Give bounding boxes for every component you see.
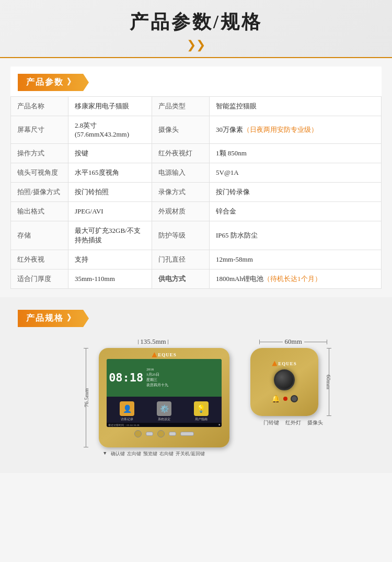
side-eques-text: EQUES — [278, 361, 297, 366]
value-cell: JPEG/AVI — [68, 202, 152, 221]
front-device-row: 76.5mm EQUES — [77, 348, 229, 447]
screen-time: 08:18 — [109, 372, 143, 384]
label-cell: 供电方式 — [152, 269, 210, 289]
value-cell: 按门铃录像 — [210, 183, 382, 202]
device-side: EQUES 🔔 — [250, 348, 318, 416]
value-cell: 水平165度视角 — [68, 163, 152, 183]
screen-icon-visitor: 👤 访客记录 — [120, 401, 134, 422]
screen-time-display: 08:18 — [109, 372, 143, 384]
label-cell: 拍照/摄像方式 — [11, 183, 68, 202]
table-row: 存储 最大可扩充32GB/不支持热插拔 防护等级 IP65 防水防尘 — [11, 221, 382, 250]
label-cell: 产品类型 — [152, 97, 210, 116]
label-cell: 红外夜视灯 — [152, 144, 210, 163]
chevron-icon: ❯❯ — [0, 38, 392, 52]
value-cell: 1颗 850nm — [210, 144, 382, 163]
table-row: 操作方式 按键 红外夜视灯 1颗 850nm — [11, 144, 382, 163]
button-left[interactable] — [146, 432, 153, 436]
value-cell: IP65 防水防尘 — [210, 221, 382, 250]
button-confirm[interactable] — [134, 430, 142, 437]
side-dim-wrapper: 76.5mm — [77, 348, 96, 447]
screen-content: 08:18 2016 5月25日 星期三 农历四月十九 — [107, 359, 222, 427]
front-device-wrapper: 135.5mm 76.5mm — [77, 338, 229, 457]
screen-icon-settings: ⚙️ 系统设定 — [157, 401, 171, 422]
value-cell: 35mm-110mm — [68, 269, 152, 289]
specs-heading: 产品规格 》 — [18, 310, 89, 327]
screen-status-text: 最近访客时间：05-24 10:38 — [108, 423, 139, 426]
btn-label-power: 开关机/返回键 — [176, 451, 205, 457]
guide-icon: 💡 — [194, 401, 209, 416]
label-cell: 适合门厚度 — [11, 269, 68, 289]
visitor-icon: 👤 — [120, 401, 134, 416]
params-heading: 产品参数 》 — [18, 74, 89, 91]
value-cell: 智能监控猫眼 — [210, 97, 382, 116]
btn-label-confirm: ▼ — [101, 451, 109, 457]
label-cell: 防护等级 — [152, 221, 210, 250]
guide-label: 用户指南 — [195, 417, 207, 422]
device-screen: 08:18 2016 5月25日 星期三 农历四月十九 — [107, 359, 222, 427]
side-device-row: EQUES 🔔 60mm — [250, 348, 336, 416]
value-cell: 30万像素（日夜两用安防专业级） — [210, 116, 382, 144]
btn-label-preview: 预览键 — [143, 451, 157, 457]
button-labels: ▼ 确认键 左向键 预览键 右向键 开关机/返回键 — [101, 451, 205, 457]
device-front: EQUES 08:18 2016 5月 — [99, 348, 229, 447]
label-cell: 电源输入 — [152, 163, 210, 183]
orange-text: （日夜两用安防专业级） — [243, 126, 318, 133]
label-cell: 录像方式 — [152, 183, 210, 202]
screen-status-bar: 最近访客时间：05-24 10:38 ■ — [107, 423, 222, 427]
value-cell: 按门铃拍照 — [68, 183, 152, 202]
label-cell: 屏幕尺寸 — [11, 116, 68, 144]
dim-width-label: 135.5mm — [138, 338, 168, 346]
table-row: 输出格式 JPEG/AVI 外观材质 锌合金 — [11, 202, 382, 221]
value-cell: 按键 — [68, 144, 152, 163]
value-cell: 2.8英寸(57.6mmX43.2mm) — [68, 116, 152, 144]
value-cell: 锌合金 — [210, 202, 382, 221]
params-section: 产品参数 》 产品名称 移康家用电子猫眼 产品类型 智能监控猫眼 屏幕尺寸 2.… — [10, 66, 382, 289]
side-label-ir: 红外灯 — [285, 419, 301, 426]
side-label-camera: 摄像头 — [307, 419, 323, 426]
side-camera — [291, 395, 298, 402]
table-row: 拍照/摄像方式 按门铃拍照 录像方式 按门铃录像 — [11, 183, 382, 202]
device-buttons — [134, 430, 194, 437]
label-cell: 门孔直径 — [152, 250, 210, 269]
btn-label-left: 左向键 — [127, 451, 141, 457]
bell-icon: 🔔 — [271, 395, 280, 403]
table-row: 产品名称 移康家用电子猫眼 产品类型 智能监控猫眼 — [11, 97, 382, 116]
dim-side-width-label: 60mm — [259, 338, 327, 346]
btn-label-right: 右向键 — [159, 451, 174, 457]
label-cell: 输出格式 — [11, 202, 68, 221]
side-labels: 门铃键 红外灯 摄像头 — [263, 419, 323, 426]
label-cell: 操作方式 — [11, 144, 68, 163]
screen-indicator: ■ — [218, 423, 220, 426]
screen-top-bar: 08:18 2016 5月25日 星期三 农历四月十九 — [107, 359, 222, 397]
eques-text: EQUES — [158, 352, 177, 357]
eques-logo-icon — [152, 352, 157, 357]
value-cell: 1800mAh锂电池（待机长达1个月） — [210, 269, 382, 289]
label-cell: 外观材质 — [152, 202, 210, 221]
value-cell: 12mm-58mm — [210, 250, 382, 269]
value-cell: 最大可扩充32GB/不支持热插拔 — [68, 221, 152, 250]
screen-icon-guide: 💡 用户指南 — [194, 401, 209, 422]
side-device-wrapper: 60mm EQUES 🔔 — [250, 338, 336, 426]
orange-text: （待机长达1个月） — [263, 275, 321, 283]
side-label-bell: 门铃键 — [263, 419, 279, 426]
button-power[interactable] — [180, 432, 194, 436]
button-preview[interactable] — [157, 430, 165, 437]
button-right[interactable] — [169, 432, 176, 436]
side-indicators: 🔔 — [271, 395, 298, 403]
value-cell: 5V@1A — [210, 163, 382, 183]
screen-date: 2016 5月25日 星期三 农历四月十九 — [146, 367, 168, 388]
page-header: 产品参数/规格 ❯❯ — [0, 0, 392, 58]
table-row: 屏幕尺寸 2.8英寸(57.6mmX43.2mm) 摄像头 30万像素（日夜两用… — [11, 116, 382, 144]
visitor-label: 访客记录 — [121, 417, 133, 422]
label-cell: 产品名称 — [11, 97, 68, 116]
label-cell: 镜头可视角度 — [11, 163, 68, 183]
btn-label-confirm-text: 确认键 — [111, 451, 125, 457]
side-lens — [274, 369, 295, 390]
specs-diagram-section: 产品规格 》 135.5mm 76.5mm — [0, 297, 392, 473]
side-led — [283, 397, 287, 401]
diagram-container: 135.5mm 76.5mm — [10, 338, 382, 457]
table-row: 镜头可视角度 水平165度视角 电源输入 5V@1A — [11, 163, 382, 183]
device-brand: EQUES — [152, 352, 177, 357]
label-cell: 红外夜视 — [11, 250, 68, 269]
value-cell: 支持 — [68, 250, 152, 269]
